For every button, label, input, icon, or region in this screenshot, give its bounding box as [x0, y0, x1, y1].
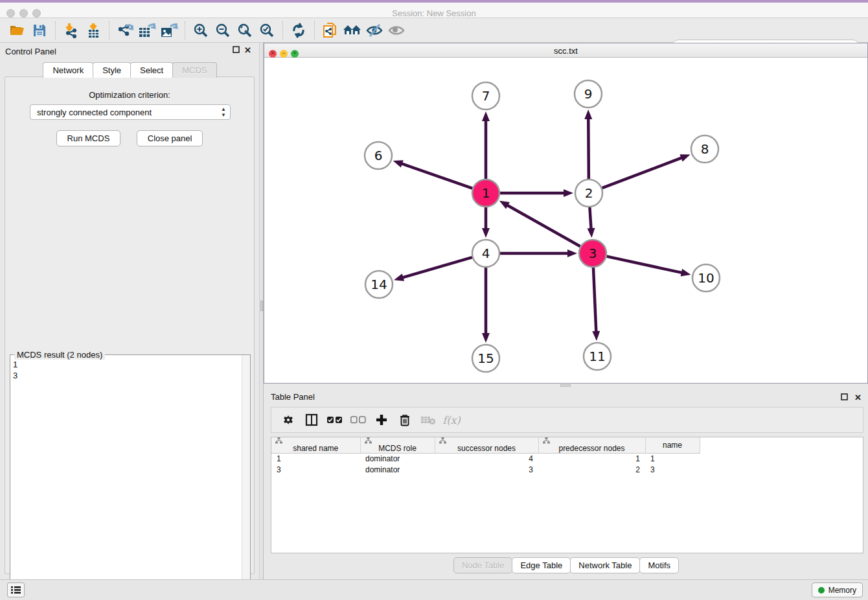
hide-selected-button[interactable]	[363, 20, 385, 41]
delete-column-button[interactable]	[393, 410, 417, 430]
edge-arrowhead	[482, 333, 490, 343]
refresh-layout-button[interactable]	[288, 20, 310, 41]
open-session-button[interactable]	[6, 20, 29, 41]
export-image-button[interactable]	[158, 20, 180, 41]
table-cell[interactable]: dominator	[360, 465, 435, 476]
table-row[interactable]: 3dominator323	[271, 465, 700, 476]
tab-network-table[interactable]: Network Table	[570, 557, 640, 573]
eye-icon	[388, 23, 405, 38]
close-panel-icon[interactable]: ✕	[244, 45, 251, 55]
task-history-button[interactable]	[7, 583, 25, 597]
neighborhood-button[interactable]	[341, 20, 363, 41]
export-table-button[interactable]	[136, 20, 158, 41]
column-header-successor-nodes[interactable]: successor nodes	[435, 437, 538, 454]
table-cell[interactable]: 1	[271, 454, 360, 465]
mcds-result-text[interactable]: 1 3	[13, 359, 17, 381]
column-header-MCDS-role[interactable]: MCDS role	[360, 437, 435, 454]
edge-3-11[interactable]	[593, 268, 596, 332]
export-table-icon	[138, 23, 156, 38]
node-table[interactable]: shared nameMCDS rolesuccessor nodesprede…	[271, 437, 863, 553]
tab-motifs[interactable]: Motifs	[639, 557, 679, 573]
delete-table-button[interactable]	[417, 410, 440, 430]
tab-network[interactable]: Network	[43, 62, 93, 78]
zoom-out-button[interactable]	[212, 20, 234, 41]
edge-3-1[interactable]	[507, 205, 580, 246]
network-graph[interactable]: 7968124314101511	[264, 58, 867, 383]
edge-1-6[interactable]	[401, 163, 472, 189]
column-layout-button[interactable]	[300, 410, 323, 430]
table-panel-title: Table Panel	[271, 392, 315, 402]
select-stepper-icon: ▲▼	[221, 106, 226, 118]
tab-edge-table[interactable]: Edge Table	[512, 557, 571, 573]
edge-arrowhead	[592, 331, 600, 341]
import-network-button[interactable]	[60, 20, 82, 41]
zoom-fit-icon	[237, 23, 253, 38]
edge-arrowhead	[584, 110, 592, 119]
vertical-splitter[interactable]	[259, 43, 264, 579]
select-all-button[interactable]	[323, 410, 347, 430]
column-header-shared-name[interactable]: shared name	[271, 437, 360, 454]
import-network-icon	[63, 23, 79, 38]
column-header-predecessor-nodes[interactable]: predecessor nodes	[538, 437, 645, 454]
table-cell[interactable]: 1	[538, 454, 645, 465]
float-panel-icon[interactable]	[233, 46, 240, 53]
splitter-handle[interactable]	[560, 384, 571, 387]
tab-select[interactable]: Select	[130, 62, 173, 78]
table-row[interactable]: 1dominator411	[271, 454, 700, 465]
run-mcds-button[interactable]: Run MCDS	[56, 130, 121, 146]
close-panel-button[interactable]: Close panel	[137, 130, 203, 146]
splitter-handle[interactable]	[260, 301, 263, 311]
column-label: MCDS role	[378, 444, 417, 453]
attribute-table[interactable]: shared nameMCDS rolesuccessor nodesprede…	[271, 437, 700, 476]
edge-2-8[interactable]	[602, 157, 683, 188]
tab-node-table[interactable]: Node Table	[453, 557, 513, 573]
edge-3-10[interactable]	[606, 257, 682, 273]
edge-arrowhead	[482, 111, 490, 121]
save-session-button[interactable]	[29, 20, 51, 41]
show-hidden-button[interactable]	[385, 20, 407, 41]
add-column-button[interactable]	[370, 410, 393, 430]
table-cell[interactable]: 4	[435, 454, 538, 465]
network-canvas[interactable]: 7968124314101511	[264, 58, 867, 383]
graph-node-label: 3	[589, 246, 597, 261]
import-table-button[interactable]	[82, 20, 104, 41]
edge-2-3[interactable]	[589, 207, 591, 229]
memory-label: Memory	[828, 586, 856, 595]
table-settings-button[interactable]	[277, 410, 300, 430]
table-cell[interactable]: dominator	[360, 454, 435, 465]
memory-button[interactable]: Memory	[812, 583, 863, 597]
edge-2-9[interactable]	[588, 118, 589, 179]
edge-arrowhead	[482, 228, 490, 238]
float-panel-icon[interactable]	[841, 393, 848, 400]
deselect-all-button[interactable]	[347, 410, 370, 430]
network-window-titlebar[interactable]: ✕−+ scc.txt	[264, 43, 867, 58]
main-toolbar	[0, 18, 868, 43]
table-cell[interactable]: 3	[645, 465, 700, 476]
column-header-name[interactable]: name	[645, 437, 700, 454]
zoom-fit-button[interactable]	[234, 20, 256, 41]
graph-node-label: 7	[482, 88, 490, 104]
tab-mcds[interactable]: MCDS	[172, 62, 216, 78]
result-scrollbar[interactable]	[242, 355, 250, 600]
namespace-icon	[543, 437, 550, 444]
clone-network-button[interactable]	[319, 20, 341, 41]
table-cell[interactable]: 3	[435, 465, 538, 476]
toolbar-separator	[109, 21, 109, 40]
tab-style[interactable]: Style	[93, 62, 131, 78]
close-panel-icon[interactable]: ✕	[854, 393, 862, 402]
export-network-button[interactable]	[114, 20, 136, 41]
zoom-selected-button[interactable]	[256, 20, 278, 41]
apply-function-button[interactable]: f(x)	[440, 410, 463, 430]
mcds-result-box: MCDS result (2 nodes) 1 3	[10, 354, 251, 600]
edge-arrowhead	[499, 201, 510, 209]
table-cell[interactable]: 2	[538, 465, 645, 476]
zoom-in-button[interactable]	[190, 20, 212, 41]
table-panel-controls[interactable]: ✕	[841, 391, 862, 403]
table-cell[interactable]: 3	[271, 465, 360, 476]
graph-node-label: 14	[371, 277, 387, 292]
toolbar-separator	[282, 21, 283, 40]
table-cell[interactable]: 1	[645, 454, 700, 465]
table-toolbar: f(x)	[271, 407, 863, 433]
criterion-select[interactable]: strongly connected component ▲▼	[30, 104, 231, 120]
edge-4-14[interactable]	[402, 257, 472, 278]
